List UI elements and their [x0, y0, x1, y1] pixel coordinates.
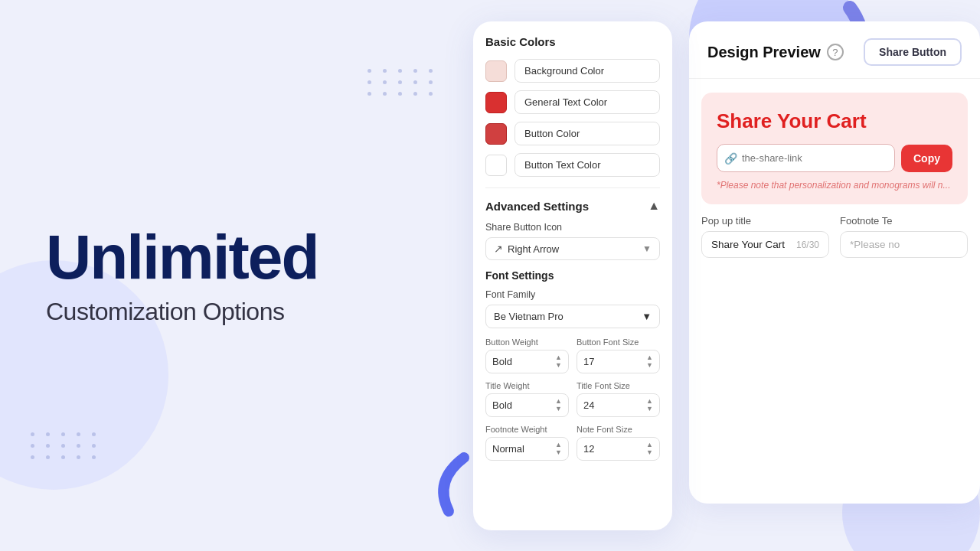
button-font-size-up-arrow[interactable]: ▲: [646, 354, 653, 361]
share-link-row: 🔗 Copy: [717, 144, 952, 172]
preview-header: Design Preview ? Share Button: [689, 21, 980, 79]
share-button-icon-sym: ↗: [494, 243, 503, 255]
preview-title-group: Design Preview ?: [707, 44, 844, 61]
preview-title: Design Preview: [707, 44, 821, 61]
color-row-general-text: General Text Color: [485, 90, 660, 114]
general-text-color-button[interactable]: General Text Color: [514, 90, 660, 114]
note-font-size-group: Note Font Size 12 ▲ ▼: [577, 425, 660, 461]
button-font-size-label: Button Font Size: [577, 337, 660, 347]
bg-dots-top: [368, 69, 436, 96]
footnote-weight-size-row: Footnote Weight Normal ▲ ▼ Note Font Siz…: [485, 425, 660, 461]
footnote-label: Footnote Te: [840, 215, 968, 227]
share-button-icon-value: Right Arrow: [508, 243, 638, 255]
footnote-field: Footnote Te *Please no: [840, 215, 968, 258]
chevron-down-font-icon: ▼: [642, 311, 652, 322]
basic-colors-title: Basic Colors: [485, 35, 660, 48]
button-weight-size-row: Button Weight Bold ▲ ▼ Button Font Size …: [485, 337, 660, 373]
background-color-swatch[interactable]: [485, 60, 507, 82]
popup-title-label: Pop up title: [701, 215, 829, 227]
title-font-size-group: Title Font Size 24 ▲ ▼: [577, 381, 660, 417]
title-font-size-up-arrow[interactable]: ▲: [646, 398, 653, 405]
footnote-weight-label: Footnote Weight: [485, 425, 569, 434]
footnote-weight-arrows[interactable]: ▲ ▼: [555, 442, 562, 456]
footnote-weight-select[interactable]: Normal ▲ ▼: [485, 437, 569, 461]
note-font-size-label: Note Font Size: [577, 425, 660, 434]
button-weight-group: Button Weight Bold ▲ ▼: [485, 337, 569, 373]
font-family-select[interactable]: Be Vietnam Pro ▼: [485, 305, 660, 328]
bg-dots-bottom: [31, 432, 100, 459]
button-weight-up-arrow[interactable]: ▲: [555, 354, 562, 361]
share-button-icon-label: Share Button Icon: [485, 222, 660, 233]
footnote-weight-value: Normal: [492, 443, 552, 455]
footnote-weight-group: Footnote Weight Normal ▲ ▼: [485, 425, 569, 461]
button-text-color-button[interactable]: Button Text Color: [514, 153, 660, 177]
divider: [485, 187, 660, 188]
footnote-input-wrap[interactable]: *Please no: [840, 231, 968, 258]
bottom-fields: Pop up title Share Your Cart 16/30 Footn…: [689, 215, 980, 258]
general-text-color-swatch[interactable]: [485, 92, 507, 113]
hero-section: Unlimited Customization Options: [46, 226, 318, 326]
title-font-size-label: Title Font Size: [577, 381, 660, 390]
button-text-color-swatch[interactable]: [485, 155, 507, 176]
button-font-size-group: Button Font Size 17 ▲ ▼: [577, 337, 660, 373]
title-font-size-down-arrow[interactable]: ▼: [646, 406, 653, 412]
share-link-input[interactable]: [717, 144, 895, 172]
popup-title-value: Share Your Cart: [711, 239, 785, 250]
preview-panel: Design Preview ? Share Button Share Your…: [689, 21, 980, 504]
footnote-weight-down-arrow[interactable]: ▼: [555, 449, 562, 456]
copy-button[interactable]: Copy: [901, 145, 952, 172]
button-color-button[interactable]: Button Color: [514, 122, 660, 145]
title-weight-group: Title Weight Bold ▲ ▼: [485, 381, 569, 417]
link-input-wrapper: 🔗: [717, 144, 895, 172]
help-icon-symbol: ?: [832, 47, 838, 58]
title-weight-down-arrow[interactable]: ▼: [555, 406, 562, 412]
button-font-size-arrows[interactable]: ▲ ▼: [646, 354, 653, 369]
link-icon: 🔗: [724, 152, 737, 165]
hero-subtitle: Customization Options: [46, 298, 318, 326]
button-weight-value: Bold: [492, 356, 552, 367]
share-button[interactable]: Share Button: [864, 38, 962, 66]
chevron-down-icon: ▼: [642, 243, 652, 254]
popup-title-input-wrap[interactable]: Share Your Cart 16/30: [701, 231, 829, 258]
note-font-size-arrows[interactable]: ▲ ▼: [646, 442, 653, 456]
font-settings-title: Font Settings: [485, 269, 660, 282]
button-color-swatch[interactable]: [485, 123, 507, 145]
help-icon[interactable]: ?: [827, 44, 844, 60]
button-weight-select[interactable]: Bold ▲ ▼: [485, 350, 569, 373]
cart-preview-box: Share Your Cart 🔗 Copy *Please note that…: [701, 93, 968, 204]
popup-title-field: Pop up title Share Your Cart 16/30: [701, 215, 829, 258]
cart-preview-title: Share Your Cart: [717, 109, 952, 133]
title-font-size-input[interactable]: 24 ▲ ▼: [577, 393, 660, 417]
color-row-background: Background Color: [485, 59, 660, 83]
note-font-size-down-arrow[interactable]: ▼: [646, 449, 653, 456]
color-row-button: Button Color: [485, 122, 660, 145]
button-weight-arrows[interactable]: ▲ ▼: [555, 354, 562, 369]
advanced-settings-header: Advanced Settings ▲: [485, 199, 660, 213]
popup-title-count: 16/30: [796, 240, 819, 250]
title-weight-value: Bold: [492, 399, 552, 411]
color-row-button-text: Button Text Color: [485, 153, 660, 177]
hero-title: Unlimited: [46, 226, 318, 289]
button-weight-label: Button Weight: [485, 337, 569, 347]
button-font-size-input[interactable]: 17 ▲ ▼: [577, 350, 660, 373]
footnote-placeholder-value: *Please no: [850, 239, 900, 250]
note-font-size-input[interactable]: 12 ▲ ▼: [577, 437, 660, 461]
button-font-size-down-arrow[interactable]: ▼: [646, 362, 653, 369]
font-family-label: Font Family: [485, 289, 660, 300]
button-weight-down-arrow[interactable]: ▼: [555, 362, 562, 369]
font-family-value: Be Vietnam Pro: [494, 311, 564, 322]
button-font-size-value: 17: [583, 356, 594, 367]
title-weight-arrows[interactable]: ▲ ▼: [555, 398, 562, 412]
note-font-size-value: 12: [583, 443, 594, 455]
title-weight-size-row: Title Weight Bold ▲ ▼ Title Font Size 24…: [485, 381, 660, 417]
title-font-size-arrows[interactable]: ▲ ▼: [646, 398, 653, 412]
note-font-size-up-arrow[interactable]: ▲: [646, 442, 653, 448]
footnote-weight-up-arrow[interactable]: ▲: [555, 442, 562, 448]
share-button-icon-select[interactable]: ↗ Right Arrow ▼: [485, 237, 660, 260]
title-weight-select[interactable]: Bold ▲ ▼: [485, 393, 569, 417]
title-weight-up-arrow[interactable]: ▲: [555, 398, 562, 405]
background-color-button[interactable]: Background Color: [514, 59, 660, 83]
collapse-button[interactable]: ▲: [648, 199, 660, 213]
title-font-size-value: 24: [583, 399, 594, 411]
settings-panel: Basic Colors Background Color General Te…: [473, 21, 672, 530]
